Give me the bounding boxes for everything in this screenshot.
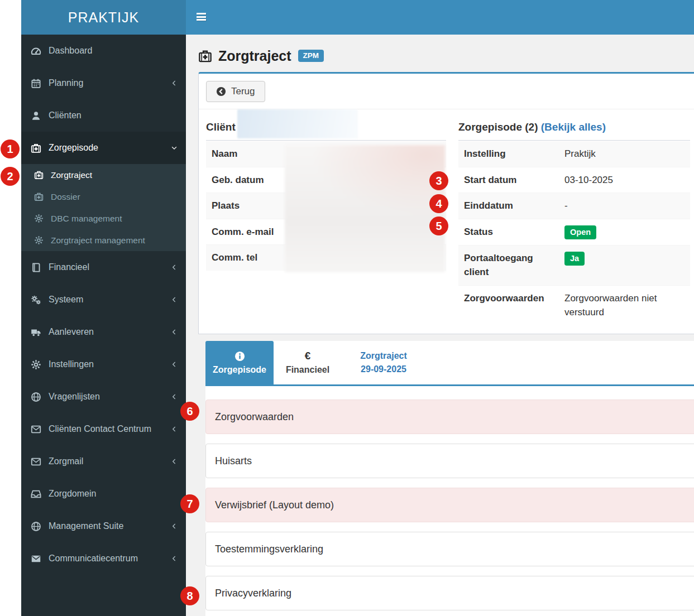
arrow-circle-left-icon	[216, 86, 226, 97]
chevron-left-icon	[171, 329, 178, 335]
annotation-marker-2: 2	[1, 167, 20, 186]
chevron-left-icon	[171, 393, 178, 400]
sidebar-item-dossier[interactable]: Dossier	[21, 186, 186, 208]
gear-icon	[31, 359, 41, 370]
table-row: Instelling Praktijk	[458, 141, 690, 167]
table-row: Portaaltoegang client Ja	[458, 245, 690, 285]
accordion-zorgvoorwaarden[interactable]: Zorgvoorwaarden	[205, 400, 694, 434]
truck-icon	[31, 327, 41, 338]
redacted-client-name	[237, 109, 358, 138]
sidebar-item-management-suite[interactable]: Management Suite	[21, 510, 186, 542]
info-circle-icon	[234, 351, 245, 362]
chevron-left-icon	[171, 296, 178, 303]
main-content: Zorgtraject ZPM Terug Cliënt Naam Geb	[186, 35, 694, 616]
brand-logo[interactable]: PRAKTIJK	[21, 0, 186, 35]
sidebar-item-communicatiecentrum[interactable]: Communicatiecentrum	[21, 542, 186, 575]
redacted-client-values	[285, 145, 445, 272]
medkit-icon	[198, 49, 212, 63]
sidebar-item-zorgtraject-management[interactable]: Zorgtraject management	[21, 229, 186, 251]
globe-icon	[31, 392, 41, 402]
sidebar-item-planning[interactable]: Planning	[21, 67, 186, 99]
sidebar-item-vragenlijsten[interactable]: Vragenlijsten	[21, 381, 186, 413]
sidebar-item-dashboard[interactable]: Dashboard	[21, 35, 186, 67]
tab-bar: Zorgepisode € Financieel Zorgtraject 29-…	[205, 341, 694, 386]
sidebar-item-clienten[interactable]: Cliënten	[21, 99, 186, 132]
page-title: Zorgtraject ZPM	[198, 46, 694, 66]
chevron-left-icon	[171, 361, 178, 368]
annotation-marker-7: 7	[180, 494, 199, 513]
portal-access-badge: Ja	[564, 252, 585, 266]
zorgepisode-submenu: Zorgtraject Dossier DBC management Zorgt…	[21, 164, 186, 251]
sidebar-item-clienten-contact-centrum[interactable]: Cliënten Contact Centrum	[21, 413, 186, 445]
user-icon	[31, 110, 41, 121]
sidebar-item-dbc-management[interactable]: DBC management	[21, 208, 186, 229]
chevron-left-icon	[171, 80, 178, 86]
table-row: Status Open	[458, 219, 690, 245]
sidebar: Dashboard Planning Cliënten Zorgepisode …	[21, 35, 186, 616]
episode-table: Instelling Praktijk Start datum 03-10-20…	[458, 141, 690, 325]
accordion-verwijsbrief[interactable]: Verwijsbrief (Layout demo)	[205, 488, 694, 522]
sidebar-item-zorgmail[interactable]: Zorgmail	[21, 445, 186, 478]
accordion-privacyverklaring[interactable]: Privacyverklaring	[205, 576, 694, 610]
sidebar-item-systeem[interactable]: Systeem	[21, 283, 186, 316]
medkit-icon	[31, 143, 41, 153]
accordion-huisarts[interactable]: Huisarts	[205, 444, 694, 478]
envelope-icon	[31, 456, 41, 467]
envelope-icon	[31, 424, 41, 435]
client-heading: Cliënt	[206, 114, 446, 141]
inbox-icon	[31, 489, 41, 499]
tab-section: Zorgepisode € Financieel Zorgtraject 29-…	[205, 341, 694, 616]
table-row: Zorgvoorwaarden Zorgvoorwaarden niet ver…	[458, 285, 690, 325]
brand-title: PRAKTIJK	[68, 9, 139, 26]
sidebar-item-financieel[interactable]: Financieel	[21, 251, 186, 283]
annotation-marker-1: 1	[1, 139, 20, 158]
status-badge: Open	[564, 225, 596, 239]
envelope-filled-icon	[31, 554, 41, 564]
annotation-marker-4: 4	[429, 194, 448, 213]
tab-financieel[interactable]: € Financieel	[274, 341, 342, 384]
tab-content: Zorgvoorwaarden Huisarts Verwijsbrief (L…	[205, 386, 694, 616]
annotation-marker-5: 5	[429, 216, 448, 235]
book-icon	[31, 262, 41, 273]
chevron-left-icon	[171, 264, 178, 271]
annotation-marker-6: 6	[180, 402, 199, 421]
sidebar-item-zorgepisode[interactable]: Zorgepisode	[21, 132, 186, 164]
gear-icon	[34, 214, 44, 223]
medkit-icon	[34, 192, 44, 201]
annotation-marker-8: 8	[180, 586, 199, 605]
tab-zorgepisode[interactable]: Zorgepisode	[205, 341, 274, 384]
tab-zorgtraject-datum[interactable]: Zorgtraject 29-09-2025	[342, 341, 425, 384]
sidebar-item-zorgdomein[interactable]: Zorgdomein	[21, 478, 186, 510]
annotation-marker-3: 3	[429, 171, 448, 190]
hamburger-menu-icon[interactable]	[197, 13, 206, 22]
chevron-left-icon	[171, 555, 178, 562]
zpm-badge: ZPM	[298, 50, 324, 62]
back-button[interactable]: Terug	[206, 81, 265, 102]
episode-heading: Zorgepisode (2) (Bekijk alles)	[458, 114, 690, 141]
medkit-icon	[34, 170, 44, 180]
chevron-left-icon	[171, 523, 178, 530]
sidebar-item-aanleveren[interactable]: Aanleveren	[21, 316, 186, 348]
gear-icon	[34, 235, 44, 245]
chevron-left-icon	[171, 426, 178, 432]
view-all-link[interactable]: (Bekijk alles)	[541, 121, 606, 133]
table-row: Einddatum -	[458, 193, 690, 219]
euro-icon: €	[305, 350, 311, 362]
client-section: Cliënt Naam Geb. datum Plaats Comm. e-ma…	[206, 114, 446, 325]
gears-icon	[31, 295, 41, 305]
gauge-icon	[31, 46, 41, 56]
sidebar-item-zorgtraject[interactable]: Zorgtraject	[21, 164, 186, 186]
top-navbar	[186, 0, 694, 35]
episode-section: Zorgepisode (2) (Bekijk alles) Instellin…	[458, 114, 690, 325]
chevron-down-icon	[171, 145, 178, 151]
table-row: Start datum 03-10-2025	[458, 167, 690, 193]
chevron-left-icon	[171, 458, 178, 465]
accordion-toestemmingsverklaring[interactable]: Toestemmingsverklaring	[205, 532, 694, 566]
app-window: PRAKTIJK Dashboard Planning Cliënten Zor…	[21, 0, 694, 616]
sidebar-item-instellingen[interactable]: Instellingen	[21, 348, 186, 381]
globe-icon	[31, 521, 41, 532]
calendar-icon	[31, 78, 41, 89]
